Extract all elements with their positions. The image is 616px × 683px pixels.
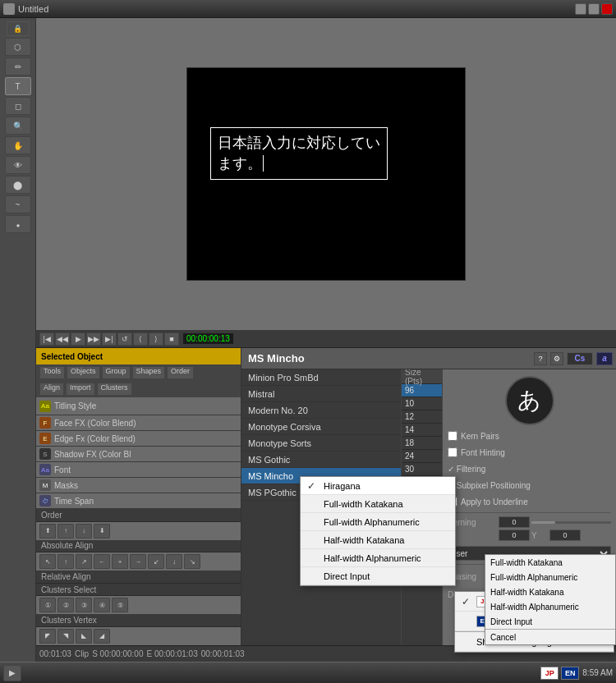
size-18[interactable]: 18	[402, 437, 442, 450]
font-item-3[interactable]: Monotype Corsiva	[241, 419, 401, 435]
font-italic-btn[interactable]: a	[596, 352, 613, 365]
x-input[interactable]	[499, 529, 530, 541]
align-bl[interactable]: ↙	[148, 554, 164, 569]
align-mr[interactable]: →	[130, 554, 146, 569]
canvas-black: 日本語入力に対応しています。	[186, 67, 466, 281]
canvas-area: 日本語入力に対応しています。	[36, 18, 616, 330]
tools-row: Tools Objects Group Shapes Order	[36, 364, 241, 381]
mini-cancel[interactable]: Cancel	[485, 630, 615, 644]
tl-stop[interactable]: ■	[164, 332, 179, 346]
window-title: Untitled	[18, 4, 48, 14]
section-order[interactable]: Order	[36, 509, 241, 522]
tab-clusters[interactable]: Clusters	[97, 383, 132, 396]
font-style-btn[interactable]: Cs	[567, 352, 593, 365]
layer-time-span[interactable]: ⏱ Time Span	[36, 493, 241, 509]
size-12[interactable]: 12	[402, 410, 442, 424]
vertex-btn-1[interactable]: ◤	[39, 629, 56, 644]
cluster-btn-3[interactable]: ③	[76, 598, 92, 612]
cluster-btn-2[interactable]: ②	[57, 598, 74, 612]
mini-hw-alpha[interactable]: Half-width Alphanumeric	[485, 599, 615, 614]
tl-prev-frame[interactable]: |◀	[39, 332, 54, 346]
tab-order[interactable]: Order	[167, 366, 194, 379]
size-96[interactable]: 96	[402, 384, 442, 397]
vertex-btn-3[interactable]: ◣	[76, 629, 92, 644]
cluster-btn-1[interactable]: ①	[39, 598, 56, 612]
tab-import[interactable]: Import	[66, 383, 95, 396]
section-clusters-select[interactable]: Clusters Select	[36, 584, 241, 597]
order-up[interactable]: ↑	[57, 524, 74, 539]
taskbar-en-btn[interactable]: EN	[561, 667, 579, 680]
font-item-4[interactable]: Monotype Sorts	[241, 435, 401, 452]
tab-objects[interactable]: Objects	[67, 366, 100, 379]
kern-pairs-checkbox[interactable]	[448, 431, 457, 441]
size-10[interactable]: 10	[402, 397, 442, 410]
mini-direct-input[interactable]: Direct Input	[485, 614, 615, 629]
font-item-1[interactable]: Mistral	[241, 386, 401, 402]
tab-group[interactable]: Group	[102, 366, 131, 379]
mini-fw-alpha[interactable]: Full-width Alphanumeric	[485, 570, 615, 584]
font-item-5[interactable]: MS Gothic	[241, 452, 401, 468]
order-bottom[interactable]: ⬇	[94, 524, 110, 539]
order-down[interactable]: ↓	[76, 524, 92, 539]
tab-shapes[interactable]: Shapes	[132, 366, 166, 379]
tl-loop[interactable]: ↺	[117, 332, 132, 346]
align-mc[interactable]: +	[112, 554, 128, 569]
y-input[interactable]	[549, 529, 581, 541]
font-help-btn[interactable]: ?	[534, 352, 547, 365]
tl-play-fwd[interactable]: ▶▶	[86, 332, 101, 346]
cluster-btn-5[interactable]: ⑤	[112, 598, 128, 612]
section-clusters-vertex[interactable]: Clusters Vertex	[36, 614, 241, 627]
lang-hw-alphanumeric[interactable]: Half-width Alphanumeric	[301, 549, 455, 567]
size-14[interactable]: 14	[402, 424, 442, 437]
kerning-input[interactable]	[499, 516, 530, 528]
start-button[interactable]: ▶	[3, 665, 21, 681]
lang-fw-katakana[interactable]: Full-width Katakana	[301, 495, 455, 513]
taskbar-jp-btn[interactable]: JP	[540, 667, 559, 680]
size-30[interactable]: 30	[402, 463, 442, 476]
tl-mark-out[interactable]: ⟩	[149, 332, 163, 346]
maximize-button[interactable]	[588, 3, 600, 15]
align-br[interactable]: ↘	[184, 554, 200, 569]
mini-hw-katakana[interactable]: Half-width Katakana	[485, 584, 615, 599]
layer-masks[interactable]: M Masks	[36, 478, 241, 493]
align-ml[interactable]: ←	[94, 554, 110, 569]
minimize-button[interactable]	[575, 3, 586, 15]
layer-edge-fx[interactable]: E Edge Fx (Color Blend)	[36, 431, 241, 447]
font-hinting-checkbox[interactable]	[448, 447, 457, 457]
tab-align[interactable]: Align	[39, 383, 64, 396]
mini-fw-katakana[interactable]: Full-width Katakana	[485, 555, 615, 570]
tab-select[interactable]: Tools	[39, 366, 65, 379]
cluster-btn-4[interactable]: ④	[94, 598, 110, 612]
lang-hw-katakana[interactable]: Half-width Katakana	[301, 531, 455, 549]
close-button[interactable]	[601, 3, 613, 15]
section-rel-align[interactable]: Relative Align	[36, 571, 241, 584]
lang-hiragana[interactable]: ✓ Hiragana	[301, 477, 455, 495]
tl-play-back[interactable]: ◀◀	[55, 332, 70, 346]
layer-face-fx[interactable]: F Face FX (Color Blend)	[36, 415, 241, 431]
layer-shadow[interactable]: S Shadow FX (Color Bl	[36, 447, 241, 462]
section-abs-align[interactable]: Absolute Align	[36, 540, 241, 553]
tl-play[interactable]: ▶	[71, 332, 85, 346]
lang-direct-input[interactable]: Direct Input	[301, 567, 455, 585]
font-item-0[interactable]: Minion Pro SmBd	[241, 369, 401, 386]
kerning-slider[interactable]	[531, 521, 611, 524]
vertex-btn-2[interactable]: ◥	[57, 629, 74, 644]
tl-mark-in[interactable]: ⟨	[133, 332, 148, 346]
font-item-2[interactable]: Modern No. 20	[241, 402, 401, 419]
layer-font[interactable]: Aa Font	[36, 462, 241, 478]
direct-input-check	[307, 571, 319, 582]
titling-style[interactable]: Aa Titling Style	[36, 397, 241, 415]
font-dropdown-header[interactable]: MS Mincho ? ⚙ Cs a	[241, 348, 616, 369]
lang-fw-alphanumeric[interactable]: Full-width Alphanumeric	[301, 513, 455, 531]
align-tr[interactable]: ↗	[76, 554, 92, 569]
align-bc[interactable]: ↓	[166, 554, 182, 569]
font-settings-btn[interactable]: ⚙	[550, 352, 563, 365]
align-tc[interactable]: ↑	[57, 554, 74, 569]
canvas-text[interactable]: 日本語入力に対応しています。	[210, 127, 388, 180]
vertex-btn-4[interactable]: ◢	[94, 629, 110, 644]
align-tl[interactable]: ↖	[39, 554, 56, 569]
tools-row-2: Align Import Clusters	[36, 381, 241, 397]
size-24[interactable]: 24	[402, 450, 442, 463]
tl-next-frame[interactable]: ▶|	[102, 332, 117, 346]
order-top[interactable]: ⬆	[39, 524, 56, 539]
